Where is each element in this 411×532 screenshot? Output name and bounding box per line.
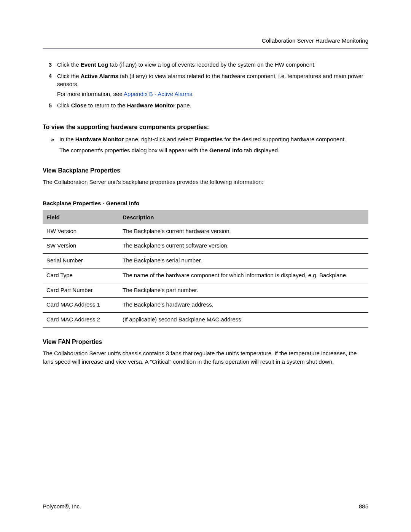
table-row: HW Version The Backplane's current hardw… [43, 224, 368, 239]
text: In the [59, 136, 75, 142]
text-bold: Properties [194, 136, 223, 142]
text: pane. [175, 102, 191, 109]
table-header-row: Field Description [43, 211, 368, 224]
step-number: 4 [43, 72, 57, 100]
cell-field: SW Version [43, 239, 119, 254]
cell-desc: The name of the hardware component for w… [119, 268, 368, 283]
cell-desc: (If applicable) second Backplane MAC add… [119, 313, 368, 328]
section-heading-supporting: To view the supporting hardware componen… [43, 123, 368, 131]
table-row: Card MAC Address 2 (If applicable) secon… [43, 313, 368, 328]
cell-desc: The Backplane's current software version… [119, 239, 368, 254]
footer-suffix: , Inc. [69, 503, 81, 510]
cell-field: Card MAC Address 1 [43, 298, 119, 313]
table-caption: Backplane Properties - General Info [43, 199, 368, 208]
step-4: 4 Click the Active Alarms tab (if any) t… [43, 72, 368, 100]
bullet-marker: » [51, 135, 59, 157]
fan-body: The Collaboration Server unit's chassis … [43, 349, 368, 366]
bullet-body: In the Hardware Monitor pane, right-clic… [59, 135, 368, 157]
table-row: Serial Number The Backplane's serial num… [43, 254, 368, 268]
heading-backplane: View Backplane Properties [43, 166, 368, 175]
text: tab displayed. [242, 147, 279, 153]
cell-field: HW Version [43, 224, 119, 239]
cell-desc: The Backplane's hardware address. [119, 298, 368, 313]
text-bold: General Info [209, 147, 243, 153]
text-bold: Active Alarms [81, 73, 119, 79]
text-bold: Hardware Monitor [127, 102, 175, 109]
cell-field: Card Type [43, 268, 119, 283]
text: Click the [57, 73, 81, 79]
col-field: Field [43, 211, 119, 224]
text: tab (if any) to view a log of events rec… [108, 61, 315, 68]
text: to return to the [87, 102, 127, 109]
step-body: Click the Event Log tab (if any) to view… [57, 61, 368, 70]
cell-desc: The Backplane's serial number. [119, 254, 368, 268]
step-list: 3 Click the Event Log tab (if any) to vi… [43, 61, 368, 111]
page-footer: Polycom®, Inc. 885 [43, 502, 368, 511]
step-5: 5 Click Close to return to the Hardware … [43, 101, 368, 111]
cell-field: Serial Number [43, 254, 119, 268]
backplane-table: Field Description HW Version The Backpla… [43, 211, 368, 328]
backplane-intro: The Collaboration Server unit's backplan… [43, 178, 368, 186]
text: Click [57, 102, 71, 109]
bullet-item: » In the Hardware Monitor pane, right-cl… [51, 135, 368, 157]
text: For more information, see [57, 91, 124, 97]
heading-fan: View FAN Properties [43, 337, 368, 346]
table-row: Card Part Number The Backplane's part nu… [43, 283, 368, 298]
table-row: SW Version The Backplane's current softw… [43, 239, 368, 254]
cell-desc: The Backplane's part number. [119, 283, 368, 298]
cell-desc: The Backplane's current hardware version… [119, 224, 368, 239]
header-rule [43, 48, 368, 49]
text-bold: Hardware Monitor [75, 136, 124, 142]
document-page: Collaboration Server Hardware Monitoring… [0, 0, 411, 532]
registered-icon: ® [65, 503, 69, 510]
col-description: Description [119, 211, 368, 224]
cell-field: Card MAC Address 2 [43, 313, 119, 328]
running-header: Collaboration Server Hardware Monitoring [43, 37, 368, 45]
step-body: Click the Active Alarms tab (if any) to … [57, 72, 368, 100]
table-row: Card Type The name of the hardware compo… [43, 268, 368, 283]
text: . [192, 91, 194, 97]
step-number: 5 [43, 101, 57, 111]
table-row: Card MAC Address 1 The Backplane's hardw… [43, 298, 368, 313]
cross-reference-link[interactable]: Appendix B - Active Alarms [124, 91, 192, 97]
step-body: Click Close to return to the Hardware Mo… [57, 101, 368, 111]
text: for the desired supporting hardware comp… [223, 136, 346, 142]
page-number: 885 [359, 502, 368, 511]
footer-company: Polycom [43, 503, 65, 510]
step-number: 3 [43, 61, 57, 70]
footer-left: Polycom®, Inc. [43, 502, 81, 511]
step-3: 3 Click the Event Log tab (if any) to vi… [43, 61, 368, 70]
cell-field: Card Part Number [43, 283, 119, 298]
text-bold: Event Log [81, 61, 108, 68]
text-bold: Close [71, 102, 87, 109]
text: pane, right-click and select [124, 136, 194, 142]
text: Click the [57, 61, 81, 68]
text: The component's properties dialog box wi… [59, 147, 209, 153]
